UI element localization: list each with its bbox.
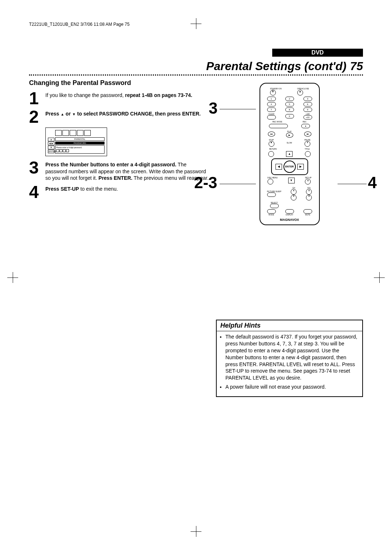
num-button: 1 [267,97,276,101]
vol-down-button: ▼ [306,195,312,200]
clear-button [267,115,276,119]
helpful-hints-box: Helpful Hints The default password is 47… [216,320,363,397]
return-button [268,151,274,157]
remote-title-label: TITLE [305,148,310,150]
select-button [270,204,279,208]
menu-screenshot: ▲ ◀ ▶ ▼ ENTER PARENTAL PASSWORD Please e… [45,127,107,156]
step-body-4: Press SET-UP to exit the menu. [45,184,118,192]
left-button: ◀ [275,164,282,170]
pause-button: ⏸ [305,141,310,147]
password-boxes [56,149,103,153]
title-button [305,151,311,157]
plus10-button: +10 [303,115,312,119]
num-button: 5 [285,102,294,106]
play-button: ▶ [286,133,293,138]
step3-text-a: Press the Number buttons to enter a 4-di… [45,162,176,167]
step-number-1: 1 [29,90,45,106]
step2-text-a: Press [45,111,61,117]
stop-button: ■ [269,141,274,147]
hints-title: Helpful Hints [217,320,362,331]
display-button [285,209,294,214]
mute-button [303,209,312,214]
step4-text-a: Press SET-UP [45,186,79,192]
remote-play-label: PLAY [286,130,293,133]
num-button: 6 [303,102,312,106]
page-number: 75 [350,60,363,73]
ch-down-button: ▼ [291,195,297,200]
remote-slow-label: SLOW [287,142,292,144]
standby-button: ⏻ [270,90,276,96]
num-button: 3 [303,97,312,101]
remote-return-label: RETURN [269,148,277,150]
recmode-button [269,124,288,128]
menu-icon [62,130,69,136]
remote-select-label: SELECT [270,202,279,204]
subheading: Changing the Parental Password [29,79,209,87]
print-header: T2221UB_T1201UB_EN2 3/7/06 11:08 AM Page… [29,22,363,27]
step1-text-b: repeat 1-4B on pages 73-74. [125,92,192,98]
picture-button [267,193,276,197]
menu-icon [77,130,83,136]
rec-button: ● [301,124,310,128]
remote-recmode-label: REC MODE [273,121,282,123]
menu-prompt: Please enter a 4-digit password. [55,145,105,154]
disc-button [268,179,273,185]
remote-plus100-label: +100 [303,113,312,115]
mode-button [267,209,276,214]
remote-disc-label: DISC MENU [268,177,278,179]
menu-icon [84,130,91,136]
hint-item: The default password is 4737. If you for… [225,333,359,381]
callout-4: 4 [368,174,377,192]
num-button: 4 [267,102,276,106]
num-button: 9 [303,108,312,112]
step4-text-b: to exit the menu. [79,186,118,192]
arrow-up-icon [61,111,64,117]
remote-vol-label: VOL [306,187,312,189]
page-title: Parental Settings (cont'd) [206,60,346,73]
menu-nav-enter: ENTER [48,150,54,153]
step-number-3: 3 [29,160,45,175]
callout-line [220,184,256,184]
remote-control: STANDBY-ON ⏻ OPEN/CLOSE ⏏ 1 2 3 [260,83,320,225]
up-button: ▲ [286,151,293,157]
step-body-3: Press the Number buttons to enter a 4-di… [45,160,209,181]
step-body-1: If you like to change the password, repe… [45,90,192,98]
remote-setup-label: SET-UP [305,177,311,179]
step2-text-b: or [64,111,72,117]
ch-up-button: ▲ [291,189,297,195]
nav-cluster: ◀ ENTER ▶ [271,158,308,175]
remote-picture-label: PICTURE SLEEP [267,190,281,193]
callout-2-3: 2-3 [194,174,217,192]
vol-up-button: ▲ [306,189,312,195]
callout-line [338,184,367,184]
callout-3: 3 [209,99,217,117]
step-body-2: Press or to select PASSWORD CHANGE, then… [45,109,201,117]
step-number-2: 2 [29,109,45,125]
step1-text-a: If you like to change the password, [45,92,125,98]
down-button: ▼ [288,178,295,183]
remote-display-label: DISPLAY [285,214,294,216]
menu-parental-label: PARENTAL [55,137,105,141]
setup-button: ⊕ [305,179,311,185]
arrow-down-icon [72,111,76,117]
num-button: 0 [285,114,294,118]
menu-password-label: PASSWORD [55,142,105,145]
remote-openclose-label: OPEN/CLOSE [297,88,309,90]
num-button: 8 [285,108,294,112]
remote-standby-label: STANDBY-ON [270,88,282,90]
menu-nav: ▲ ◀ ▶ ▼ ENTER [48,137,54,154]
hint-item: A power failure will not erase your pass… [225,384,359,390]
skip-next-button: ⏭ [304,131,311,137]
step3-text-c: Press ENTER. [98,175,132,181]
remote-pause-label: PAUSE [305,139,311,141]
menu-prompt-text: Please enter a 4-digit password. [56,146,82,149]
section-label: DVD [272,49,363,57]
remote-ch-label: CH [291,187,297,189]
remote-rec-label: REC [303,121,307,123]
remote-mode-label: MODE [267,214,276,216]
num-button: 2 [285,97,294,101]
menu-icon [55,130,62,136]
openclose-button: ⏏ [297,90,303,96]
remote-clear-label: CLEAR [267,113,276,115]
enter-button: ENTER [283,161,296,173]
